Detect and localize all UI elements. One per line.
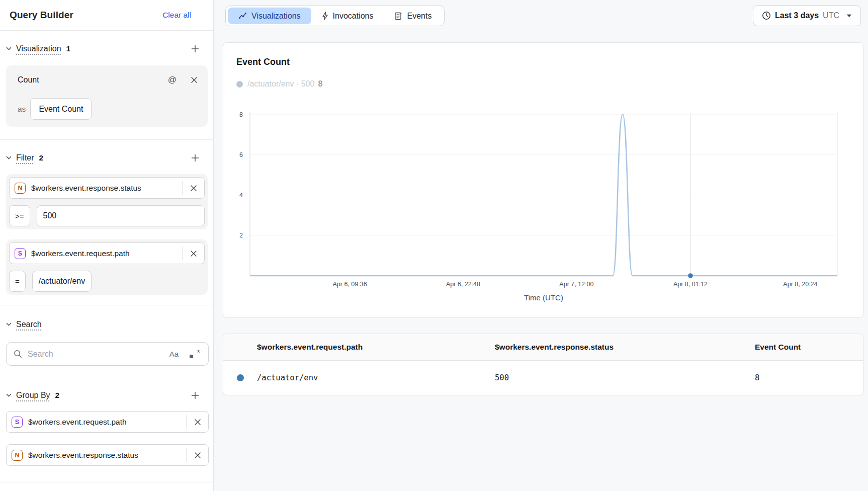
tab-invocations[interactable]: Invocations [311,8,384,24]
plus-icon [191,391,199,399]
time-range-selector[interactable]: Last 3 days UTC [753,5,861,26]
column-header: $workers.event.response.status [495,343,755,352]
section-search: Search Search Aa * [0,305,213,376]
search-icon [14,350,22,358]
section-group-by: Group By 2 S $workers.event.request.path… [0,376,213,466]
metric-alias-input[interactable]: Event Count [30,98,92,120]
svg-text:6: 6 [239,151,243,158]
add-filter-button[interactable] [189,152,201,164]
close-icon [194,419,201,426]
table-header-row: $workers.event.request.path $workers.eve… [223,334,863,361]
regex-square [190,355,193,358]
legend-series-label: /actuator/env · 500 [247,79,314,89]
column-header: $workers.event.request.path [257,343,495,352]
number-type-badge: N [12,450,23,461]
chart-legend[interactable]: /actuator/env · 500 8 [236,79,322,89]
filter-value-input[interactable]: /actuator/env [32,271,92,292]
search-placeholder: Search [28,350,169,359]
svg-text:Apr 7, 12:00: Apr 7, 12:00 [559,281,593,288]
group-by-count: 2 [55,391,60,400]
svg-text:8: 8 [239,111,243,118]
filter-field[interactable]: N $workers.event.response.status [9,177,205,199]
tab-visualizations[interactable]: Visualizations [228,8,311,24]
document-list-icon [394,12,402,20]
chevron-down-icon[interactable] [6,322,12,326]
number-type-badge: N [15,183,26,194]
clear-all-button[interactable]: Clear all [162,11,191,20]
filter-card: S $workers.event.request.path = /actuato… [6,239,208,295]
timezone-label: UTC [823,11,839,20]
chevron-down-icon[interactable] [6,156,12,160]
remove-filter-button[interactable] [183,178,204,198]
chevron-down-icon[interactable] [6,393,12,397]
remove-group-by-button[interactable] [187,445,208,465]
close-icon [190,185,197,192]
visualization-count: 1 [66,44,71,53]
group-by-field[interactable]: N $workers.event.response.status [6,444,209,466]
regex-asterisk: * [197,348,200,358]
query-builder-sidebar: Query Builder Clear all Visualization 1 … [0,0,214,491]
svg-text:Apr 8, 01:12: Apr 8, 01:12 [673,281,708,288]
at-sign-icon[interactable]: @ [168,75,177,85]
remove-group-by-button[interactable] [187,412,208,432]
svg-text:2: 2 [239,232,243,239]
visualization-card: Count @ as Event Count [6,65,208,127]
add-visualization-button[interactable] [189,43,201,55]
group-by-field-name: $workers.event.request.path [28,418,186,427]
svg-text:4: 4 [239,192,243,199]
tab-label: Events [407,12,431,21]
event-count-chart-card: 2468Apr 6, 09:36Apr 6, 22:48Apr 7, 12:00… [223,42,863,318]
close-icon [191,76,198,84]
cell-response-status: 500 [495,373,755,382]
caret-down-icon [846,14,852,18]
section-filter-label[interactable]: Filter [16,153,34,162]
filter-field-name: $workers.event.response.status [31,184,182,193]
series-color-dot [237,374,244,381]
search-input[interactable]: Search Aa * [6,342,209,366]
remove-filter-button[interactable] [183,243,204,264]
sidebar-header: Query Builder Clear all [0,0,213,31]
column-header: Event Count [755,343,863,352]
cell-event-count: 8 [755,373,863,382]
filter-value-input[interactable]: 500 [37,205,205,226]
section-visualization-label[interactable]: Visualization [16,44,61,53]
section-visualization: Visualization 1 Count @ as Event Count [0,43,213,139]
svg-text:Apr 8, 20:24: Apr 8, 20:24 [783,281,817,288]
as-label: as [18,105,26,114]
group-by-field-name: $workers.event.response.status [28,451,186,460]
match-case-toggle[interactable]: Aa [169,350,179,358]
regex-toggle[interactable]: * [190,349,200,359]
cell-request-path: /actuator/env [257,373,495,382]
filter-operator-select[interactable]: = [9,271,26,292]
group-by-field[interactable]: S $workers.event.request.path [6,411,209,433]
view-tabs: Visualizations Invocations Events [225,6,445,26]
svg-text:Apr 6, 09:36: Apr 6, 09:36 [333,281,367,288]
metric-name[interactable]: Count [18,75,39,85]
filter-field[interactable]: S $workers.event.request.path [9,242,205,264]
clock-icon [762,11,771,20]
chart-line-icon [238,12,247,20]
legend-dot [236,81,243,88]
table-row[interactable]: /actuator/env 500 8 [223,361,863,395]
section-group-by-label[interactable]: Group By [16,391,50,400]
plus-icon [191,45,199,53]
chevron-down-icon[interactable] [6,47,12,51]
tab-label: Invocations [333,12,374,21]
filter-count: 2 [39,153,44,162]
section-filter: Filter 2 N $workers.event.response.statu… [0,139,213,305]
filter-card: N $workers.event.response.status >= 500 [6,174,208,229]
filter-field-name: $workers.event.request.path [31,249,182,258]
tab-events[interactable]: Events [384,8,442,24]
time-range-label: Last 3 days [775,11,819,20]
lightning-icon [322,12,328,20]
divider [0,482,213,482]
remove-visualization-button[interactable] [188,73,201,87]
plus-icon [191,154,199,162]
filter-operator-select[interactable]: >= [9,205,30,226]
chart-title: Event Count [236,57,290,67]
close-icon [190,250,197,257]
close-icon [194,452,201,459]
add-group-by-button[interactable] [189,389,201,401]
section-search-label[interactable]: Search [16,320,42,329]
svg-text:Apr 6, 22:48: Apr 6, 22:48 [446,281,480,288]
